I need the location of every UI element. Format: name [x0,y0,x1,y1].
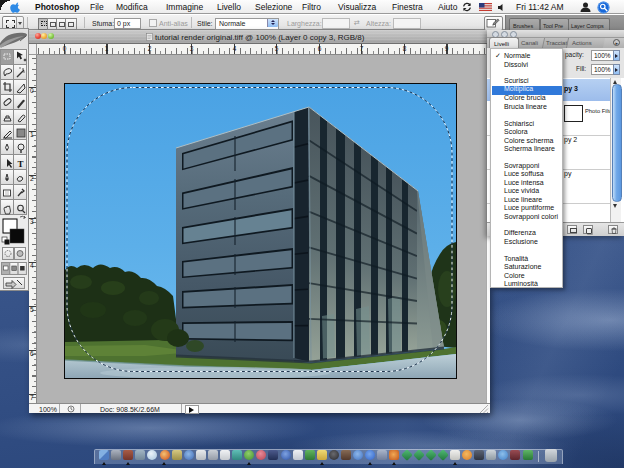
svg-text:T: T [18,159,24,169]
